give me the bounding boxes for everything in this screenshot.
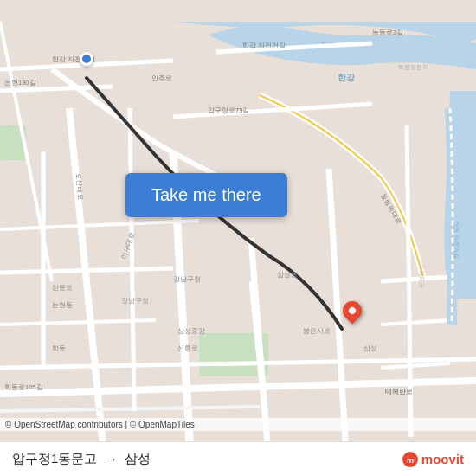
svg-text:논현190길: 논현190길 — [4, 79, 36, 87]
svg-text:봉은사로: 봉은사로 — [303, 327, 331, 335]
svg-text:한동로: 한동로 — [52, 284, 73, 292]
svg-text:압구정로79길: 압구정로79길 — [208, 106, 249, 114]
svg-text:강남구청: 강남구청 — [173, 275, 201, 283]
take-me-there-button[interactable]: Take me there — [125, 173, 287, 217]
svg-text:삼성: 삼성 — [363, 344, 377, 352]
svg-text:삼성동: 삼성동 — [277, 271, 298, 279]
moovit-logo-text: moovit — [421, 452, 464, 466]
map-container: 한강 — [0, 0, 476, 476]
svg-text:선릉로: 선릉로 — [177, 344, 198, 352]
moovit-logo-icon: m — [402, 452, 418, 467]
route-info: 압구정1동문고 → 삼성 — [12, 451, 151, 467]
svg-text:논현동: 논현동 — [52, 301, 73, 309]
route-destination: 삼성 — [125, 451, 151, 467]
route-arrow-icon: → — [104, 452, 118, 467]
svg-text:테헤란로: 테헤란로 — [385, 388, 413, 396]
svg-text:학동로105길: 학동로105길 — [4, 383, 43, 391]
svg-text:한강 자전거길: 한강 자전거길 — [242, 42, 286, 49]
svg-text:삼성중앙: 삼성중앙 — [177, 327, 205, 335]
svg-text:탄천 자전거길: 탄천 자전거길 — [453, 221, 460, 259]
svg-text:강남구청: 강남구청 — [121, 297, 149, 305]
svg-text:한강: 한강 — [338, 73, 356, 82]
button-overlay: Take me there — [125, 173, 287, 217]
svg-text:인주로: 인주로 — [151, 74, 172, 82]
svg-text:m: m — [407, 456, 414, 465]
svg-text:학동: 학동 — [52, 344, 66, 352]
svg-text:농동로3길: 농동로3길 — [372, 29, 403, 36]
svg-text:뚝섬유원지: 뚝섬유원지 — [398, 64, 428, 71]
svg-text:아이파크: 아이파크 — [419, 264, 425, 288]
map-attribution: © OpenStreetMap contributors | © OpenMap… — [0, 418, 476, 431]
bottom-bar: 압구정1동문고 → 삼성 m moovit — [0, 441, 476, 476]
attribution-text: © OpenStreetMap contributors | © OpenMap… — [5, 420, 195, 429]
route-origin: 압구정1동문고 — [12, 451, 97, 467]
map-svg: 한강 — [0, 0, 476, 476]
origin-pin — [80, 52, 93, 66]
moovit-logo: m moovit — [402, 452, 464, 467]
